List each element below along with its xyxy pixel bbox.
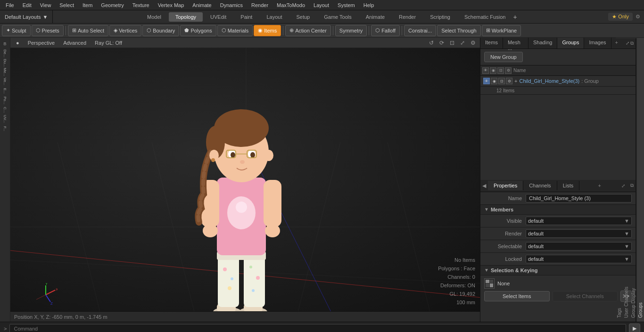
- sculpt-button[interactable]: ✦ Sculpt: [2, 25, 31, 36]
- select-through-button[interactable]: Select Through: [437, 25, 480, 36]
- viewport-3d[interactable]: X Y Z No Items Polygons : Face Channels:…: [10, 48, 480, 311]
- layout-right: ★ Only ⚙: [604, 13, 644, 21]
- viewport-advanced[interactable]: Advanced: [60, 39, 89, 47]
- sel-keying-section-header[interactable]: ▼ Selection & Keying: [480, 266, 636, 275]
- vtab-groups[interactable]: Groups: [637, 38, 644, 322]
- viewport-expand-icon[interactable]: ⤢: [458, 39, 467, 47]
- menu-file[interactable]: File: [2, 1, 18, 9]
- viewport-mode-toggle[interactable]: ●: [13, 39, 22, 47]
- menu-select[interactable]: Select: [56, 1, 78, 9]
- sidebar-item-6[interactable]: E...: [1, 87, 9, 95]
- menu-dynamics[interactable]: Dynamics: [216, 1, 247, 9]
- select-items-button[interactable]: Select Items: [484, 291, 550, 301]
- tab-groups[interactable]: Groups: [557, 38, 584, 49]
- group-geo-icon[interactable]: ⊡: [498, 78, 505, 84]
- tab-images[interactable]: Images: [584, 38, 611, 49]
- group-expand-icon[interactable]: +: [514, 78, 517, 84]
- layout-tab-animate[interactable]: Animate: [359, 12, 391, 22]
- group-item-childgirl[interactable]: 👁 ◉ ⊡ ⚙ + Child_Girl_Home_Style (3) : Gr…: [480, 76, 636, 87]
- menu-view[interactable]: View: [36, 1, 55, 9]
- add-layout-button[interactable]: +: [513, 13, 517, 21]
- members-section-header[interactable]: ▼ Members: [480, 205, 636, 215]
- props-collapse-icon[interactable]: ◀: [480, 183, 488, 189]
- menu-edit[interactable]: Edit: [19, 1, 35, 9]
- props-tab-lists[interactable]: Lists: [557, 181, 580, 190]
- auto-select-button[interactable]: ⊞ Auto Select: [68, 25, 108, 36]
- action-center-button[interactable]: ⊕ Action Center: [285, 25, 331, 36]
- items-button[interactable]: ◉ Items: [254, 25, 281, 36]
- props-tab-channels[interactable]: Channels: [523, 181, 557, 190]
- menu-animate[interactable]: Animate: [189, 1, 215, 9]
- workplane-button[interactable]: ⊞ WorkPlane: [482, 25, 521, 36]
- constrai-button[interactable]: Constrai...: [404, 25, 436, 36]
- polygons-button[interactable]: ⬟ Polygons: [180, 25, 216, 36]
- sidebar-item-3[interactable]: Du...: [1, 58, 9, 67]
- viewport-fit-icon[interactable]: ⊡: [448, 39, 456, 47]
- new-group-button[interactable]: New Group: [484, 52, 523, 62]
- layout-tab-render[interactable]: Render: [392, 12, 422, 22]
- viewport-rotate-icon[interactable]: ↺: [427, 39, 436, 47]
- layout-tab-schematic[interactable]: Schematic Fusion: [458, 12, 512, 22]
- menu-vertex-map[interactable]: Vertex Map: [154, 1, 188, 9]
- layout-tab-paint[interactable]: Paint: [234, 12, 259, 22]
- symmetry-button[interactable]: Symmetry: [335, 25, 367, 36]
- layout-tab-layout[interactable]: Layout: [260, 12, 289, 22]
- vtab-group-display[interactable]: Group Display: [630, 38, 637, 322]
- materials-button[interactable]: ⬡ Materials: [217, 25, 253, 36]
- sidebar-item-9[interactable]: UV...: [1, 115, 9, 123]
- boundary-button[interactable]: ⬡ Boundary: [142, 25, 179, 36]
- falloff-button[interactable]: ⬡ Falloff: [371, 25, 400, 36]
- command-input[interactable]: [9, 324, 626, 332]
- layout-tab-topology[interactable]: Topology: [169, 12, 203, 22]
- sidebar-item-1[interactable]: B: [1, 40, 9, 48]
- group-render-icon[interactable]: ◉: [491, 78, 497, 84]
- sidebar-item-10[interactable]: F...: [1, 124, 9, 133]
- layout-tab-uvedit[interactable]: UVEdit: [204, 12, 233, 22]
- layout-tab-scripting[interactable]: Scripting: [423, 12, 457, 22]
- sidebar-item-2[interactable]: De...: [1, 49, 9, 57]
- viewport-refresh-icon[interactable]: ⟳: [438, 39, 446, 47]
- menu-bar: File Edit View Select Item Geometry Text…: [0, 0, 644, 10]
- selectable-row: Selectable default ▼: [480, 240, 636, 253]
- star-only-button[interactable]: ★ Only: [608, 13, 633, 21]
- svg-point-35: [248, 150, 256, 158]
- group-settings-icon[interactable]: ⚙: [506, 78, 512, 84]
- layout-settings-icon[interactable]: ⚙: [636, 14, 640, 20]
- layout-tab-setup[interactable]: Setup: [289, 12, 316, 22]
- layout-tab-gametools[interactable]: Game Tools: [317, 12, 358, 22]
- add-props-tab-button[interactable]: +: [594, 181, 604, 190]
- tab-mesh[interactable]: Mesh ...: [503, 38, 528, 49]
- menu-render[interactable]: Render: [248, 1, 272, 9]
- sidebar-item-5[interactable]: Ve...: [1, 77, 9, 86]
- menu-item[interactable]: Item: [79, 1, 96, 9]
- vertices-button[interactable]: ◈ Vertices: [109, 25, 141, 36]
- command-go-button[interactable]: ▶: [629, 324, 640, 332]
- menu-maxtomodo[interactable]: MaxToModo: [273, 1, 309, 9]
- viewport-settings-icon[interactable]: ⚙: [469, 39, 477, 47]
- svg-point-10: [213, 307, 241, 311]
- viewport-perspective[interactable]: Perspective: [25, 39, 58, 47]
- menu-layout[interactable]: Layout: [310, 1, 333, 9]
- layout-tabs: Model Topology UVEdit Paint Layout Setup…: [53, 12, 604, 22]
- tab-items[interactable]: Items: [480, 38, 503, 49]
- channels-label: Channels: 0: [438, 273, 475, 281]
- viewport-raygl[interactable]: Ray GL: Off: [92, 39, 125, 47]
- group-eye-icon[interactable]: 👁: [483, 78, 490, 84]
- vtab-tags[interactable]: Tags: [616, 38, 623, 322]
- menu-texture[interactable]: Texture: [129, 1, 153, 9]
- select-channels-button[interactable]: Select Channels: [553, 291, 618, 301]
- menu-system[interactable]: System: [334, 1, 359, 9]
- layout-dropdown[interactable]: Default Layouts ▼: [0, 10, 53, 23]
- layout-tab-model[interactable]: Model: [140, 12, 168, 22]
- sidebar-item-7[interactable]: Po...: [1, 96, 9, 105]
- toolbar-separator-3: [333, 26, 333, 35]
- presets-button[interactable]: ⬡ Presets: [32, 25, 64, 36]
- svg-point-33: [206, 126, 225, 159]
- vtab-user-channels[interactable]: User Channels: [623, 38, 630, 322]
- sidebar-item-8[interactable]: C...: [1, 105, 9, 114]
- sidebar-item-4[interactable]: Me...: [1, 68, 9, 76]
- menu-help[interactable]: Help: [360, 1, 378, 9]
- tab-shading[interactable]: Shading: [528, 38, 557, 49]
- props-tab-properties[interactable]: Properties: [488, 181, 523, 190]
- menu-geometry[interactable]: Geometry: [97, 1, 127, 9]
